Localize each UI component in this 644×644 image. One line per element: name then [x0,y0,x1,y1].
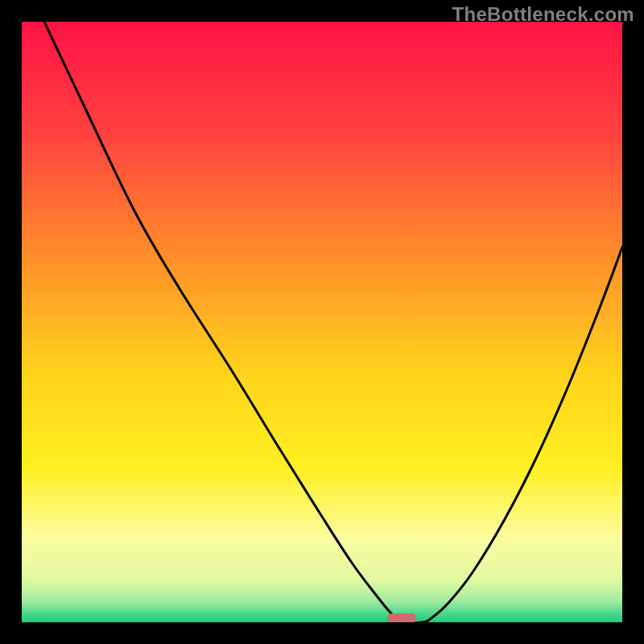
chart-frame: TheBottleneck.com [0,0,644,644]
chart-background [22,22,622,622]
optimal-marker [387,613,416,622]
chart-svg [22,22,622,622]
plot-area [22,22,622,622]
